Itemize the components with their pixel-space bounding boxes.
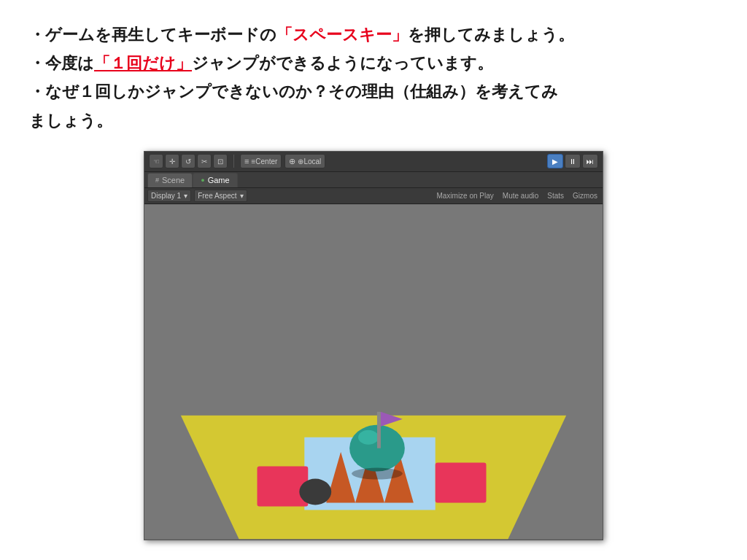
scene-svg [144, 204, 603, 540]
local-button[interactable]: ⊕ ⊕Local [285, 154, 325, 168]
subtoolbar-right: Maximize on Play Mute audio Stats Gizmos [434, 192, 600, 200]
game-tab-icon: ● [201, 176, 204, 184]
line2-prefix: ・今度は [29, 54, 94, 72]
rotate-tool-icon[interactable]: ↺ [181, 154, 196, 168]
unity-tabs-bar: # Scene ● Game [144, 172, 603, 188]
svg-point-10 [358, 429, 379, 444]
pause-button[interactable]: ⏸ [565, 154, 581, 168]
line2-suffix: ジャンプができるようになっています。 [192, 54, 493, 72]
unity-editor-window: ☜ ✛ ↺ ✂ ⊡ ≡ ≡Center ⊕ ⊕Local ▶ ⏸ ⏭ # [144, 151, 603, 540]
svg-rect-7 [436, 462, 487, 502]
maximize-on-play-btn[interactable]: Maximize on Play [434, 192, 495, 200]
game-viewport [144, 204, 603, 540]
rect-tool-icon[interactable]: ⊡ [213, 154, 228, 168]
local-icon: ⊕ [289, 157, 295, 166]
toolbar-sep-1 [233, 155, 234, 168]
center-icon: ≡ [244, 157, 249, 166]
toolbar-transform-group: ☜ ✛ ↺ ✂ ⊡ [149, 154, 228, 168]
line1-suffix: を押してみましょう。 [408, 26, 574, 44]
svg-rect-11 [377, 412, 381, 448]
line2-highlight: 「１回だけ」 [94, 54, 192, 72]
step-button[interactable]: ⏭ [582, 154, 598, 168]
local-label: ⊕Local [298, 158, 321, 166]
gizmos-btn[interactable]: Gizmos [570, 192, 600, 200]
scale-tool-icon[interactable]: ✂ [197, 154, 212, 168]
svg-point-13 [352, 467, 403, 479]
display-select[interactable]: Display 1 ▾ [147, 190, 191, 202]
line1-prefix: ・ゲームを再生してキーボードの [29, 26, 276, 44]
line-2: ・今度は「１回だけ」ジャンプができるようになっています。 [29, 50, 718, 76]
scene-tab-label: Scene [162, 176, 185, 184]
line4-text: ましょう。 [29, 112, 112, 130]
display-arrow-icon: ▾ [184, 192, 187, 200]
line3-text: ・なぜ１回しかジャンプできないのか？その理由（仕組み）を考えてみ [29, 82, 558, 101]
svg-point-8 [299, 478, 331, 505]
center-label: ≡Center [251, 158, 277, 166]
hand-tool-icon[interactable]: ☜ [149, 154, 163, 168]
scene-tab[interactable]: # Scene [147, 173, 193, 187]
stats-btn[interactable]: Stats [545, 192, 566, 200]
display-label: Display 1 [151, 192, 181, 200]
page-content: ・ゲームを再生してキーボードの「スペースキー」を押してみましょう。 ・今度は「１… [29, 22, 718, 540]
aspect-label: Free Aspect [198, 192, 236, 200]
game-tab[interactable]: ● Game [193, 173, 237, 187]
line-1: ・ゲームを再生してキーボードの「スペースキー」を押してみましょう。 [29, 22, 718, 47]
aspect-select[interactable]: Free Aspect ▾ [194, 190, 247, 202]
scene-tab-icon: # [155, 176, 159, 184]
unity-toolbar: ☜ ✛ ↺ ✂ ⊡ ≡ ≡Center ⊕ ⊕Local ▶ ⏸ ⏭ [144, 152, 603, 172]
play-controls: ▶ ⏸ ⏭ [547, 154, 598, 168]
play-button[interactable]: ▶ [547, 154, 563, 168]
game-tab-label: Game [208, 176, 230, 184]
move-tool-icon[interactable]: ✛ [165, 154, 179, 168]
aspect-arrow-icon: ▾ [240, 192, 244, 200]
line-4: ましょう。 [29, 108, 718, 133]
svg-rect-6 [258, 466, 309, 506]
unity-subtoolbar: Display 1 ▾ Free Aspect ▾ Maximize on Pl… [144, 188, 603, 204]
center-button[interactable]: ≡ ≡Center [240, 154, 282, 168]
instruction-text: ・ゲームを再生してキーボードの「スペースキー」を押してみましょう。 ・今度は「１… [29, 22, 718, 133]
line-3: ・なぜ１回しかジャンプできないのか？その理由（仕組み）を考えてみ [29, 79, 718, 104]
line1-highlight: 「スペースキー」 [276, 26, 408, 44]
mute-audio-btn[interactable]: Mute audio [500, 192, 541, 200]
